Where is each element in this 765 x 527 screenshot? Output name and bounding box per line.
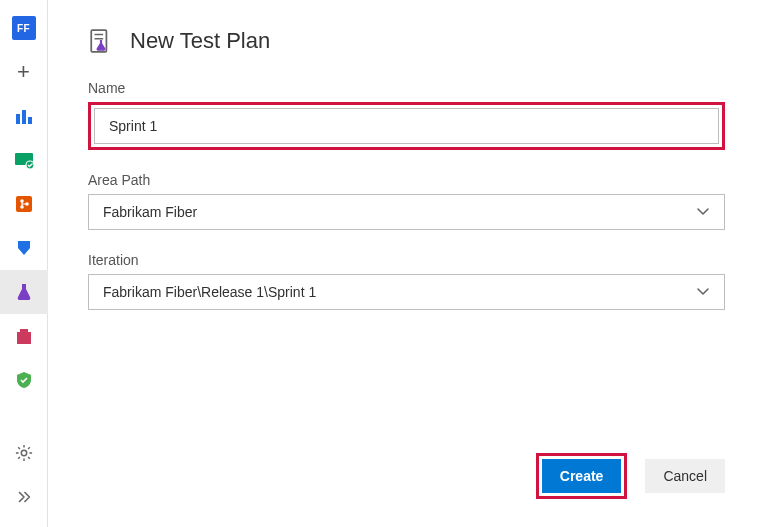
name-input-wrap: [94, 108, 719, 144]
page-header: New Test Plan: [88, 28, 725, 54]
svg-rect-10: [20, 329, 28, 333]
sidebar: FF +: [0, 0, 48, 527]
sidebar-item-repos[interactable]: [0, 182, 48, 226]
sidebar-item-compliance[interactable]: [0, 358, 48, 402]
area-path-select[interactable]: Fabrikam Fiber: [88, 194, 725, 230]
svg-rect-0: [16, 114, 20, 124]
sidebar-item-pipelines[interactable]: [0, 226, 48, 270]
area-path-label: Area Path: [88, 172, 725, 188]
sidebar-item-test-plans[interactable]: [0, 270, 48, 314]
cancel-button[interactable]: Cancel: [645, 459, 725, 493]
svg-rect-9: [17, 332, 31, 344]
svg-point-4: [26, 161, 34, 169]
field-area-path: Area Path Fabrikam Fiber: [88, 172, 725, 230]
repos-icon: [14, 194, 34, 214]
project-logo-icon: FF: [12, 16, 36, 40]
create-highlight: Create: [536, 453, 628, 499]
chevron-down-icon: [696, 285, 710, 299]
main-panel: New Test Plan Name Area Path Fabrikam Fi…: [48, 0, 765, 527]
footer-actions: Create Cancel: [88, 453, 725, 499]
svg-rect-1: [22, 110, 26, 124]
boards-icon: [14, 150, 34, 170]
svg-rect-2: [28, 117, 32, 124]
gear-icon: [15, 444, 33, 462]
name-input[interactable]: [109, 118, 704, 134]
name-highlight: [88, 102, 725, 150]
artifacts-icon: [14, 326, 34, 346]
plus-icon: +: [17, 61, 30, 83]
create-button[interactable]: Create: [542, 459, 622, 493]
page-title: New Test Plan: [130, 28, 270, 54]
sidebar-item-boards[interactable]: [0, 138, 48, 182]
svg-point-11: [21, 450, 26, 455]
iteration-value: Fabrikam Fiber\Release 1\Sprint 1: [103, 284, 316, 300]
test-plan-page-icon: [88, 28, 114, 54]
chevron-double-right-icon: [15, 488, 33, 506]
test-plans-icon: [14, 282, 34, 302]
sidebar-add-button[interactable]: +: [0, 50, 48, 94]
iteration-select[interactable]: Fabrikam Fiber\Release 1\Sprint 1: [88, 274, 725, 310]
field-name: Name: [88, 80, 725, 150]
sidebar-settings-button[interactable]: [0, 431, 48, 475]
compliance-icon: [14, 370, 34, 390]
name-label: Name: [88, 80, 725, 96]
sidebar-item-overview[interactable]: [0, 94, 48, 138]
field-iteration: Iteration Fabrikam Fiber\Release 1\Sprin…: [88, 252, 725, 310]
sidebar-project-logo[interactable]: FF: [0, 6, 48, 50]
iteration-label: Iteration: [88, 252, 725, 268]
pipelines-icon: [14, 238, 34, 258]
chevron-down-icon: [696, 205, 710, 219]
overview-icon: [14, 106, 34, 126]
sidebar-expand-button[interactable]: [0, 475, 48, 519]
sidebar-item-artifacts[interactable]: [0, 314, 48, 358]
area-path-value: Fabrikam Fiber: [103, 204, 197, 220]
